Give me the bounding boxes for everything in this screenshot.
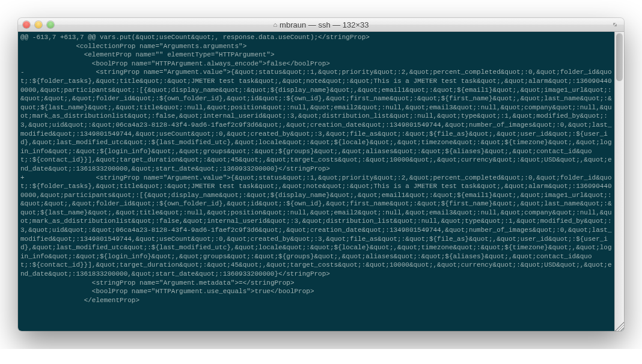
scrollbar[interactable] bbox=[614, 32, 624, 331]
window-title: ⌂ mbraun — ssh — 132×33 bbox=[18, 20, 624, 29]
close-button[interactable] bbox=[23, 21, 30, 28]
terminal-content[interactable]: @@ -613,7 +613,7 @@ vars.put(&quot;useCo… bbox=[18, 32, 614, 331]
terminal-window: ⌂ mbraun — ssh — 132×33 @@ -613,7 +613,7… bbox=[18, 18, 624, 331]
title-text: mbraun — ssh — 132×33 bbox=[280, 20, 369, 29]
home-icon: ⌂ bbox=[273, 21, 277, 28]
expand-icon[interactable] bbox=[611, 20, 619, 29]
terminal-body: @@ -613,7 +613,7 @@ vars.put(&quot;useCo… bbox=[18, 32, 624, 331]
minimize-button[interactable] bbox=[35, 21, 42, 28]
titlebar[interactable]: ⌂ mbraun — ssh — 132×33 bbox=[18, 18, 624, 32]
zoom-button[interactable] bbox=[47, 21, 54, 28]
traffic-lights bbox=[23, 21, 54, 28]
scroll-thumb[interactable] bbox=[616, 33, 623, 81]
resize-grip[interactable] bbox=[615, 322, 624, 331]
